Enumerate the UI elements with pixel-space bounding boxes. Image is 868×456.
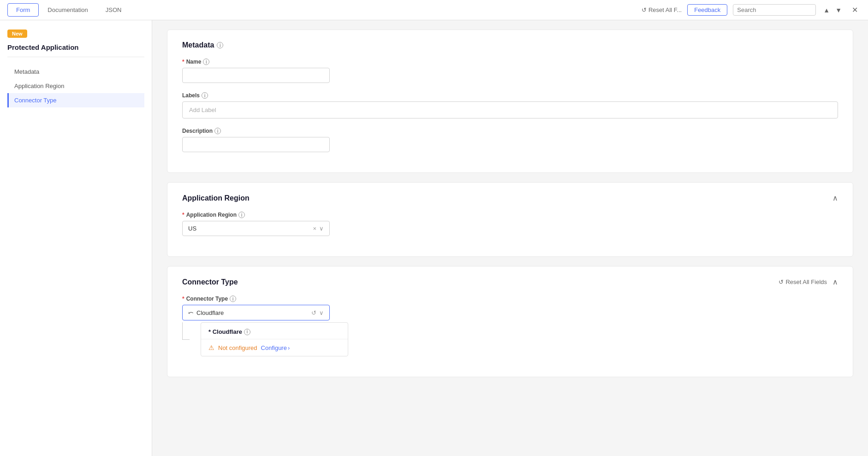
metadata-header: Metadata i bbox=[182, 41, 838, 49]
region-info-icon: i bbox=[238, 212, 245, 218]
description-field-group: Description i bbox=[182, 128, 838, 152]
connector-type-info-icon: i bbox=[230, 296, 236, 302]
section-application-region: Application Region ∧ * Application Regio… bbox=[167, 182, 853, 257]
labels-info-icon: i bbox=[202, 92, 208, 99]
name-label: * Name i bbox=[182, 59, 838, 65]
description-label: Description i bbox=[182, 128, 838, 134]
cloudflare-header: * Cloudflare i bbox=[201, 323, 348, 339]
warning-icon: ⚠ bbox=[208, 344, 214, 351]
tree-line-v bbox=[182, 322, 183, 339]
description-input[interactable] bbox=[182, 137, 330, 152]
cloudflare-info-icon: i bbox=[244, 329, 250, 335]
app-region-title: Application Region bbox=[182, 194, 250, 202]
tree-line-h bbox=[182, 339, 190, 340]
sidebar-nav: Metadata Application Region Connector Ty… bbox=[7, 65, 144, 107]
connector-type-label: * Connector Type i bbox=[182, 296, 838, 302]
name-input[interactable] bbox=[182, 68, 330, 83]
nav-up-button[interactable]: ▲ bbox=[821, 6, 832, 15]
tab-json[interactable]: JSON bbox=[97, 3, 131, 17]
connector-refresh-icon: ↺ bbox=[779, 278, 784, 285]
name-field-group: * Name i bbox=[182, 59, 838, 83]
sidebar-item-metadata[interactable]: Metadata bbox=[7, 65, 144, 79]
cloudflare-config-box: * Cloudflare i ⚠ Not configured Configur… bbox=[201, 322, 348, 356]
new-badge: New bbox=[7, 30, 27, 38]
nav-arrows: ▲ ▼ bbox=[821, 6, 844, 15]
connector-type-select[interactable]: ⤺ Cloudflare ↺ ∨ bbox=[182, 305, 330, 320]
connector-type-icon: ⤺ bbox=[188, 309, 194, 316]
nav-down-button[interactable]: ▼ bbox=[833, 6, 844, 15]
labels-label: Labels i bbox=[182, 92, 838, 99]
connector-dropdown-icon: ∨ bbox=[319, 309, 324, 316]
region-label: * Application Region i bbox=[182, 212, 838, 218]
app-region-header: Application Region ∧ bbox=[182, 194, 838, 202]
clear-region-icon[interactable]: × bbox=[313, 225, 316, 232]
labels-input[interactable]: Add Label bbox=[182, 101, 838, 118]
connector-collapse-button[interactable]: ∧ bbox=[832, 278, 838, 286]
connector-reset-button[interactable]: ↺ Reset All Fields bbox=[779, 278, 827, 285]
reset-all-button[interactable]: ↺ Reset All F... bbox=[642, 6, 682, 13]
labels-field-group: Labels i Add Label bbox=[182, 92, 838, 118]
sidebar-title: Protected Application bbox=[7, 43, 144, 57]
close-button[interactable]: ✕ bbox=[849, 5, 861, 15]
connector-refresh-inline-icon[interactable]: ↺ bbox=[311, 309, 316, 316]
not-configured-text: Not configured bbox=[218, 344, 257, 351]
connector-type-title: Connector Type bbox=[182, 278, 238, 286]
section-connector-type: Connector Type ↺ Reset All Fields ∧ * Co… bbox=[167, 266, 853, 377]
sidebar-item-application-region[interactable]: Application Region bbox=[7, 79, 144, 93]
description-info-icon: i bbox=[214, 128, 221, 134]
search-input[interactable] bbox=[733, 4, 816, 16]
section-metadata: Metadata i * Name i Labels i bbox=[167, 30, 853, 173]
sidebar: New Protected Application Metadata Appli… bbox=[0, 20, 152, 456]
content: Metadata i * Name i Labels i bbox=[152, 20, 868, 456]
region-field-group: * Application Region i US × ∨ bbox=[182, 212, 838, 236]
configure-link[interactable]: Configure › bbox=[261, 344, 290, 351]
top-bar-right: ↺ Reset All F... Feedback ▲ ▼ ✕ bbox=[642, 4, 861, 16]
cloudflare-status: ⚠ Not configured Configure › bbox=[201, 339, 348, 356]
configure-chevron-icon: › bbox=[288, 344, 290, 351]
connector-type-header: Connector Type ↺ Reset All Fields ∧ bbox=[182, 278, 838, 286]
tab-form[interactable]: Form bbox=[7, 3, 39, 17]
top-bar: Form Documentation JSON ↺ Reset All F...… bbox=[0, 0, 868, 20]
metadata-title: Metadata bbox=[182, 41, 214, 49]
app-region-collapse-button[interactable]: ∧ bbox=[832, 194, 838, 202]
metadata-info-icon: i bbox=[217, 42, 223, 48]
sidebar-item-connector-type[interactable]: Connector Type bbox=[7, 93, 144, 107]
region-select[interactable]: US × ∨ bbox=[182, 221, 330, 236]
region-dropdown-icon: ∨ bbox=[319, 225, 324, 232]
main-layout: New Protected Application Metadata Appli… bbox=[0, 20, 868, 456]
connector-field-group: * Connector Type i ⤺ Cloudflare ↺ ∨ bbox=[182, 296, 838, 356]
tab-documentation[interactable]: Documentation bbox=[39, 3, 96, 17]
refresh-icon: ↺ bbox=[642, 6, 647, 13]
name-info-icon: i bbox=[203, 59, 209, 65]
feedback-button[interactable]: Feedback bbox=[687, 4, 727, 16]
